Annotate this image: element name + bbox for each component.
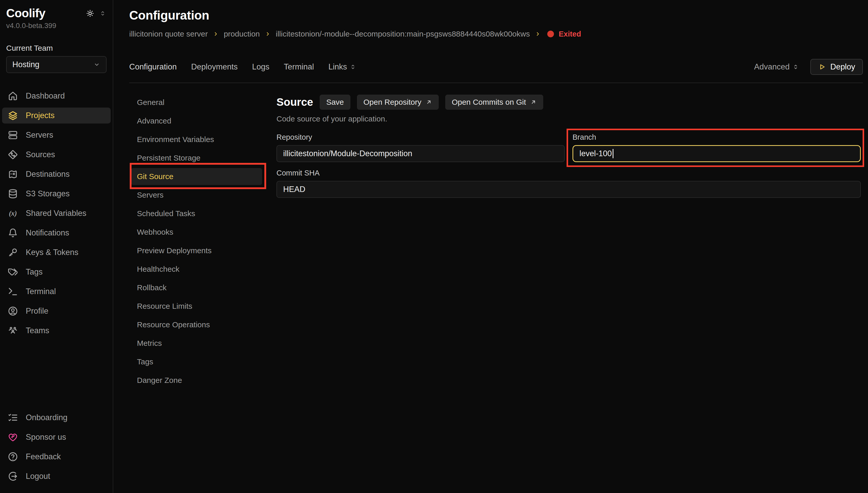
status-badge: Exited [558, 30, 581, 38]
tab-configuration[interactable]: Configuration [129, 62, 176, 71]
tab-terminal[interactable]: Terminal [284, 62, 314, 71]
sidebar-item-s3-storages[interactable]: S3 Storages [2, 186, 111, 202]
subnav-item-general[interactable]: General [131, 94, 262, 111]
subnav-item-advanced[interactable]: Advanced [131, 112, 262, 129]
source-fields: Repository illicitestonion/Module-Decomp… [276, 133, 861, 198]
subnav-item-metrics[interactable]: Metrics [131, 335, 262, 352]
deploy-button[interactable]: Deploy [810, 59, 863, 75]
sidebar-item-profile[interactable]: Profile [2, 303, 111, 319]
subnav-item-tags[interactable]: Tags [131, 353, 262, 370]
breadcrumb: illicitonion quote serverproductionillic… [129, 29, 863, 38]
tab-bar: ConfigurationDeploymentsLogsTerminalLink… [129, 62, 356, 71]
sidebar-item-label: Destinations [26, 170, 70, 179]
database-icon [8, 189, 18, 199]
subnav-item-healthcheck[interactable]: Healthcheck [131, 261, 262, 278]
arrow-up-right-icon [530, 99, 537, 106]
sidebar-item-sources[interactable]: Sources [2, 147, 111, 163]
sidebar-item-notifications[interactable]: Notifications [2, 225, 111, 241]
tab-logs[interactable]: Logs [252, 62, 269, 71]
chevron-right-icon [534, 30, 541, 37]
tab-bar-row: ConfigurationDeploymentsLogsTerminalLink… [129, 59, 863, 76]
subnav-item-resource-limits[interactable]: Resource Limits [131, 298, 262, 315]
subnav-item-scheduled-tasks[interactable]: Scheduled Tasks [131, 205, 262, 222]
commit-sha-value: HEAD [283, 185, 305, 194]
terminal-icon [8, 286, 18, 297]
team-select[interactable]: Hosting [6, 56, 107, 73]
subnav-item-rollback[interactable]: Rollback [131, 279, 262, 296]
braces-x-icon [8, 208, 18, 218]
subnav-item-servers[interactable]: Servers [131, 187, 262, 203]
sidebar-item-terminal[interactable]: Terminal [2, 283, 111, 300]
commit-sha-input[interactable]: HEAD [276, 181, 861, 198]
user-circle-icon [8, 306, 18, 316]
theme-selector-chevrons-icon[interactable] [99, 10, 106, 17]
save-button[interactable]: Save [320, 95, 350, 110]
layers-icon [8, 110, 18, 121]
subnav-item-webhooks[interactable]: Webhooks [131, 223, 262, 241]
configuration-content: GeneralAdvancedEnvironment VariablesPers… [129, 94, 863, 390]
branch-input[interactable]: level-100 [572, 145, 861, 162]
subnav-item-label: Servers [137, 191, 164, 199]
team-select-value: Hosting [12, 60, 39, 69]
git-icon [8, 150, 18, 160]
breadcrumb-item[interactable]: production [224, 29, 260, 38]
sidebar-item-servers[interactable]: Servers [2, 127, 111, 143]
tab-deployments[interactable]: Deployments [191, 62, 238, 71]
subnav-item-resource-operations[interactable]: Resource Operations [131, 316, 262, 333]
tab-actions: Advanced Deploy [754, 59, 863, 75]
subnav-item-label: Healthcheck [137, 265, 179, 274]
open-repository-button[interactable]: Open Repository [357, 95, 439, 110]
sidebar-item-tags[interactable]: Tags [2, 264, 111, 280]
repository-input[interactable]: illicitestonion/Module-Decomposition [276, 145, 565, 162]
tab-label: Logs [252, 62, 269, 71]
subnav-item-danger-zone[interactable]: Danger Zone [131, 372, 262, 389]
sidebar-item-projects[interactable]: Projects [2, 108, 111, 124]
app-logo: Coolify [6, 6, 45, 20]
sidebar-item-feedback[interactable]: Feedback [2, 449, 111, 465]
open-commits-label: Open Commits on Git [452, 98, 526, 107]
page-title: Configuration [129, 8, 863, 22]
breadcrumb-item[interactable]: illicitonion quote server [129, 29, 208, 38]
theme-sun-icon[interactable] [86, 9, 94, 18]
repository-field-group: Repository illicitestonion/Module-Decomp… [276, 133, 565, 162]
subnav-item-label: Preview Deployments [137, 246, 212, 255]
chevron-right-icon [264, 30, 271, 37]
repository-label: Repository [276, 133, 565, 142]
subnav-item-label: Resource Limits [137, 302, 192, 310]
sidebar-item-logout[interactable]: Logout [2, 468, 111, 484]
divider [129, 83, 863, 83]
sidebar-item-label: Dashboard [26, 91, 65, 101]
subnav-item-persistent-storage[interactable]: Persistent Storage [131, 150, 262, 167]
sidebar-item-destinations[interactable]: Destinations [2, 166, 111, 182]
heart-handshake-icon [8, 432, 18, 442]
sidebar-item-dashboard[interactable]: Dashboard [2, 88, 111, 104]
sidebar-item-sponsor-us[interactable]: Sponsor us [2, 429, 111, 445]
commit-sha-label: Commit SHA [276, 169, 861, 177]
sidebar-item-keys-tokens[interactable]: Keys & Tokens [2, 244, 111, 260]
open-repository-label: Open Repository [363, 98, 421, 107]
subnav-item-label: Git Source [137, 172, 173, 181]
sidebar-item-label: Teams [26, 326, 49, 335]
sidebar-item-onboarding[interactable]: Onboarding [2, 410, 111, 426]
arrow-up-right-icon [425, 99, 432, 106]
servers-icon [8, 130, 18, 140]
advanced-menu[interactable]: Advanced [754, 62, 799, 71]
open-commits-button[interactable]: Open Commits on Git [445, 95, 543, 110]
repository-value: illicitestonion/Module-Decomposition [283, 149, 412, 158]
subnav-item-preview-deployments[interactable]: Preview Deployments [131, 242, 262, 259]
branch-field-group: Branch level-100 [572, 133, 861, 162]
subnav-item-label: Environment Variables [137, 135, 214, 144]
text-caret [613, 149, 613, 158]
tab-label: Links [329, 62, 347, 71]
sidebar-item-label: Servers [26, 130, 53, 140]
tab-links[interactable]: Links [329, 62, 356, 71]
chevron-right-icon [212, 30, 219, 37]
sidebar-nav: DashboardProjectsServersSourcesDestinati… [0, 88, 113, 339]
sidebar-item-teams[interactable]: Teams [2, 323, 111, 339]
subnav-item-git-source[interactable]: Git Source [131, 168, 262, 185]
source-header-row: Source Save Open Repository Open Commits… [276, 94, 861, 110]
breadcrumb-item[interactable]: illicitestonion/-module--decomposition:m… [276, 29, 530, 38]
sidebar-item-label: Projects [26, 111, 55, 120]
subnav-item-environment-variables[interactable]: Environment Variables [131, 131, 262, 148]
sidebar-item-shared-variables[interactable]: Shared Variables [2, 205, 111, 221]
